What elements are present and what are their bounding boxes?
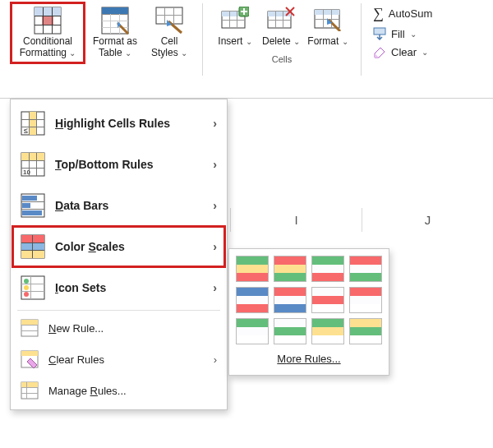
- svg-text:10: 10: [23, 169, 30, 176]
- more-rules-item[interactable]: More Rules...: [236, 344, 382, 368]
- top-bottom-icon: 10: [21, 152, 45, 177]
- format-as-table-label: Format as Table ⌄: [87, 36, 143, 59]
- svg-rect-56: [22, 210, 42, 215]
- svg-rect-8: [102, 7, 128, 14]
- styles-group: Conditional Formatting ⌄ Format as Table…: [7, 3, 197, 62]
- color-scales-icon: [21, 234, 45, 259]
- conditional-formatting-label: Conditional Formatting ⌄: [13, 36, 82, 59]
- svg-rect-1: [35, 7, 61, 16]
- ribbon: Conditional Formatting ⌄ Format as Table…: [0, 0, 493, 99]
- conditional-formatting-menu: ≤ Highlight Cells Rules › 10 Top/Bottom …: [10, 99, 228, 410]
- svg-rect-6: [52, 7, 53, 34]
- menu-highlight-cells-rules[interactable]: ≤ Highlight Cells Rules ›: [12, 103, 225, 144]
- conditional-formatting-icon: [34, 7, 62, 35]
- column-headers: I J: [230, 208, 493, 232]
- menu-manage-rules[interactable]: Manage Rules...: [12, 375, 225, 406]
- color-scale-preset-10[interactable]: [274, 318, 306, 344]
- format-cells-icon: [314, 7, 342, 35]
- fill-button[interactable]: Fill ⌄: [373, 27, 432, 40]
- color-scale-preset-2[interactable]: [274, 256, 306, 282]
- color-scale-preset-1[interactable]: [236, 256, 269, 282]
- menu-color-scales[interactable]: Color Scales ›: [12, 226, 225, 267]
- col-header-j[interactable]: J: [362, 208, 493, 232]
- new-rule-icon: [21, 319, 39, 337]
- manage-rules-icon: [21, 381, 39, 400]
- svg-rect-83: [26, 382, 27, 399]
- menu-icon-sets[interactable]: Icon Sets ›: [12, 267, 225, 308]
- editing-group: ∑ AutoSum Fill ⌄ Clear ⌄: [366, 3, 435, 60]
- format-label: Format ⌄: [307, 36, 348, 48]
- svg-text:≤: ≤: [24, 127, 28, 135]
- autosum-button[interactable]: ∑ AutoSum: [373, 5, 432, 22]
- color-scale-preset-12[interactable]: [349, 318, 382, 344]
- highlight-cells-icon: ≤: [21, 111, 45, 136]
- chevron-right-icon: ›: [214, 353, 217, 366]
- svg-point-67: [24, 279, 29, 284]
- svg-rect-12: [110, 14, 111, 34]
- icon-sets-icon: [21, 275, 45, 300]
- svg-rect-11: [102, 27, 128, 28]
- svg-rect-2: [42, 16, 53, 25]
- color-scale-preset-5[interactable]: [236, 287, 269, 313]
- menu-new-rule[interactable]: New Rule...: [12, 312, 225, 344]
- sigma-icon: ∑: [373, 5, 384, 22]
- color-scale-preset-4[interactable]: [349, 256, 382, 282]
- format-button[interactable]: Format ⌄: [305, 3, 351, 51]
- svg-rect-34: [315, 10, 339, 15]
- insert-label: Insert ⌄: [218, 36, 251, 48]
- format-as-table-button[interactable]: Format as Table ⌄: [85, 3, 145, 62]
- menu-label: New Rule...: [48, 322, 104, 335]
- cell-styles-button[interactable]: Cell Styles ⌄: [146, 3, 192, 62]
- svg-rect-41: [21, 119, 44, 120]
- menu-label: Highlight Cells Rules: [55, 117, 170, 130]
- svg-rect-76: [21, 330, 38, 331]
- separator: [202, 3, 203, 76]
- format-as-table-icon: [101, 7, 129, 35]
- chevron-right-icon: ›: [213, 199, 217, 212]
- delete-button[interactable]: Delete ⌄: [259, 3, 303, 51]
- menu-label: Clear Rules: [48, 353, 104, 366]
- svg-rect-43: [29, 112, 30, 135]
- color-scale-grid: [236, 256, 382, 344]
- menu-clear-rules[interactable]: Clear Rules ›: [12, 344, 225, 375]
- autosum-label: AutoSum: [389, 7, 432, 20]
- svg-rect-22: [222, 20, 245, 21]
- svg-rect-17: [156, 15, 182, 16]
- clear-button[interactable]: Clear ⌄: [373, 45, 432, 58]
- svg-point-69: [24, 292, 29, 297]
- svg-rect-65: [32, 235, 33, 258]
- col-header-i[interactable]: I: [230, 208, 362, 232]
- chevron-right-icon: ›: [213, 240, 217, 253]
- menu-top-bottom-rules[interactable]: 10 Top/Bottom Rules ›: [12, 144, 225, 185]
- cells-group-label: Cells: [272, 54, 292, 64]
- menu-label: Color Scales: [55, 240, 125, 253]
- clear-label: Clear: [391, 46, 417, 58]
- svg-rect-44: [36, 112, 37, 135]
- color-scale-preset-8[interactable]: [349, 287, 382, 313]
- svg-rect-82: [21, 393, 38, 394]
- svg-rect-57: [21, 201, 44, 202]
- conditional-formatting-button[interactable]: Conditional Formatting ⌄: [12, 3, 84, 62]
- svg-rect-48: [21, 160, 44, 161]
- insert-button[interactable]: Insert ⌄: [213, 3, 257, 51]
- color-scale-preset-9[interactable]: [236, 318, 269, 344]
- color-scale-preset-11[interactable]: [311, 318, 344, 344]
- color-scale-preset-6[interactable]: [274, 287, 306, 313]
- insert-cells-icon: [221, 7, 249, 35]
- color-scale-preset-7[interactable]: [311, 287, 344, 313]
- svg-rect-70: [21, 284, 44, 284]
- svg-rect-51: [36, 153, 37, 176]
- chevron-right-icon: ›: [213, 117, 217, 130]
- fill-label: Fill: [391, 28, 405, 40]
- menu-data-bars[interactable]: Data Bars ›: [12, 185, 225, 226]
- color-scale-preset-3[interactable]: [311, 256, 344, 282]
- menu-label: Icon Sets: [55, 281, 106, 294]
- svg-rect-72: [30, 276, 31, 299]
- svg-rect-71: [21, 291, 44, 292]
- svg-rect-55: [22, 203, 30, 208]
- svg-point-68: [24, 285, 29, 290]
- svg-rect-38: [374, 28, 385, 35]
- more-rules-label: ore Rules...: [286, 353, 340, 365]
- svg-rect-10: [102, 21, 128, 21]
- cell-styles-label: Cell Styles ⌄: [148, 36, 191, 59]
